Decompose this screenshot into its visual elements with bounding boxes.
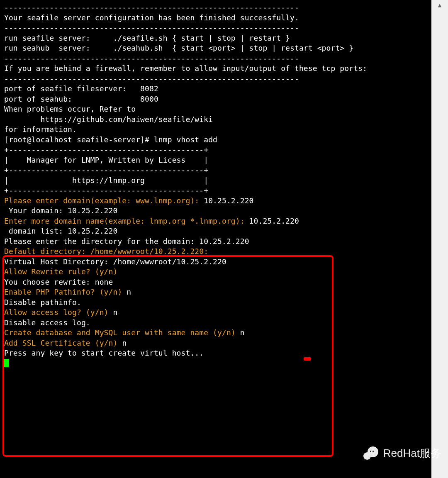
terminal-text: Disable pathinfo.: [4, 298, 81, 307]
terminal-text: Enter more domain name(example: lnmp.org…: [4, 217, 249, 225]
terminal-text: If you are behind a firewall, remember t…: [4, 64, 367, 73]
terminal-line: Please enter domain(example: www.lnmp.or…: [4, 196, 427, 206]
scroll-up-arrow[interactable]: ▲: [431, 0, 448, 10]
terminal-line: Disable pathinfo.: [4, 298, 427, 308]
wechat-icon: [363, 446, 380, 461]
terminal-text: +---------------------------------------…: [4, 166, 208, 174]
terminal-line: Allow Rewrite rule? (y/n): [4, 267, 427, 277]
terminal-text: Please enter the directory for the domai…: [4, 237, 249, 246]
terminal-text: +---------------------------------------…: [4, 145, 208, 154]
terminal-line: | Manager for LNMP, Written by Licess |: [4, 155, 427, 166]
terminal-text: [root@localhost seafile-server]# lnmp vh…: [4, 135, 217, 144]
terminal-text: Virtual Host Directory: /home/wwwroot/10…: [4, 257, 226, 266]
terminal-text: Your domain: 10.25.2.220: [4, 206, 117, 215]
terminal-line: Your seafile server configuration has be…: [4, 13, 427, 23]
watermark: RedHat服务: [363, 446, 441, 461]
terminal-text: domain list: 10.25.2.220: [4, 227, 117, 235]
terminal-text: ----------------------------------------…: [4, 54, 299, 63]
terminal-text: ----------------------------------------…: [4, 74, 299, 83]
terminal-text: +---------------------------------------…: [4, 186, 208, 195]
terminal-line: | https://lnmp.org |: [4, 176, 427, 186]
terminal-line: for information.: [4, 124, 427, 135]
terminal-line: If you are behind a firewall, remember t…: [4, 63, 427, 74]
terminal-text: When problems occur, Refer to: [4, 105, 136, 113]
terminal-line: +---------------------------------------…: [4, 165, 427, 176]
watermark-text: RedHat服务: [383, 446, 441, 461]
terminal-line: Create database and MySQL user with same…: [4, 328, 427, 338]
terminal-line: Enable PHP Pathinfo? (y/n) n: [4, 287, 427, 298]
terminal-text: n: [240, 328, 245, 337]
terminal-text: run seahub server: ./seahub.sh { start <…: [4, 44, 353, 52]
terminal-line: Disable access log.: [4, 318, 427, 328]
terminal-line: ----------------------------------------…: [4, 2, 427, 13]
terminal-line: run seafile server: ./seafile.sh { start…: [4, 33, 427, 44]
terminal-line: Add SSL Certificate (y/n) n: [4, 338, 427, 349]
terminal-line: Default directory: /home/wwwroot/10.25.2…: [4, 246, 427, 257]
terminal-line: Virtual Host Directory: /home/wwwroot/10…: [4, 257, 427, 267]
terminal-text: ----------------------------------------…: [4, 23, 299, 32]
terminal-text: Enable PHP Pathinfo? (y/n): [4, 288, 127, 296]
terminal-text: Disable access log.: [4, 318, 90, 327]
terminal-line: You choose rewrite: none: [4, 277, 427, 288]
terminal-text: run seafile server: ./seafile.sh { start…: [4, 34, 290, 42]
terminal-text: | Manager for LNMP, Written by Licess |: [4, 156, 208, 164]
terminal-line: run seahub server: ./seahub.sh { start <…: [4, 43, 427, 54]
terminal-line: +---------------------------------------…: [4, 185, 427, 196]
terminal-text: Press any key to start create virtul hos…: [4, 349, 204, 357]
terminal-line: port of seahub: 8000: [4, 94, 427, 105]
terminal-text: ----------------------------------------…: [4, 3, 299, 12]
terminal-text: port of seahub: 8000: [4, 95, 158, 103]
terminal-text: Allow Rewrite rule? (y/n): [4, 267, 122, 276]
terminal-text: Your seafile server configuration has be…: [4, 13, 299, 22]
terminal-text: | https://lnmp.org |: [4, 176, 208, 185]
terminal-line: Allow access log? (y/n) n: [4, 307, 427, 318]
terminal-line: When problems occur, Refer to: [4, 104, 427, 115]
terminal-text: https://github.com/haiwen/seafile/wiki: [4, 115, 213, 124]
terminal-text: 10.25.2.220: [249, 217, 299, 225]
terminal-output[interactable]: ----------------------------------------…: [0, 0, 431, 368]
terminal-text: Add SSL Certificate (y/n): [4, 339, 122, 347]
terminal-line: Press any key to start create virtul hos…: [4, 348, 427, 358]
terminal-text: Please enter domain(example: www.lnmp.or…: [4, 196, 204, 205]
terminal-screen: ----------------------------------------…: [0, 0, 431, 478]
cursor: [4, 359, 9, 367]
terminal-line: ----------------------------------------…: [4, 54, 427, 64]
terminal-line: +---------------------------------------…: [4, 145, 427, 155]
terminal-line: [root@localhost seafile-server]# lnmp vh…: [4, 135, 427, 145]
terminal-text: for information.: [4, 125, 77, 134]
terminal-text: 10.25.2.220: [204, 196, 253, 205]
terminal-text: port of seafile fileserver: 8082: [4, 84, 158, 93]
terminal-text: n: [127, 288, 131, 296]
terminal-line: Your domain: 10.25.2.220: [4, 206, 427, 216]
terminal-line: Enter more domain name(example: lnmp.org…: [4, 216, 427, 227]
terminal-text: n: [113, 308, 118, 317]
scroll-track[interactable]: [431, 10, 448, 478]
terminal-line: ----------------------------------------…: [4, 23, 427, 33]
terminal-text: Create database and MySQL user with same…: [4, 328, 240, 337]
red-marker: [304, 357, 311, 361]
terminal-line: https://github.com/haiwen/seafile/wiki: [4, 115, 427, 125]
terminal-line: Please enter the directory for the domai…: [4, 237, 427, 247]
terminal-line: domain list: 10.25.2.220: [4, 226, 427, 237]
terminal-line: ----------------------------------------…: [4, 74, 427, 84]
vertical-scrollbar[interactable]: ▲: [431, 0, 448, 478]
terminal-line: [4, 358, 427, 369]
terminal-text: Default directory: /home/wwwroot/10.25.2…: [4, 247, 208, 256]
terminal-line: port of seafile fileserver: 8082: [4, 84, 427, 94]
terminal-text: You choose rewrite: none: [4, 278, 113, 286]
terminal-text: n: [122, 339, 127, 347]
terminal-text: Allow access log? (y/n): [4, 308, 113, 317]
